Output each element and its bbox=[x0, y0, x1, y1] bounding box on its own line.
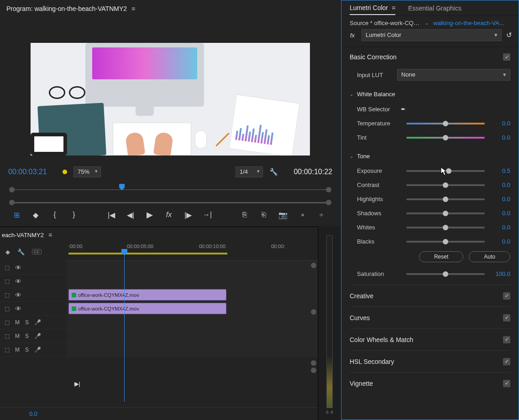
marker-dot-icon[interactable] bbox=[63, 170, 67, 174]
exposure-slider[interactable] bbox=[406, 170, 485, 172]
play-button-icon[interactable]: ▶ bbox=[145, 210, 154, 220]
fx-icon[interactable]: fx bbox=[348, 32, 357, 39]
skip-end-icon[interactable]: ▶| bbox=[74, 380, 80, 387]
timeline-playhead[interactable] bbox=[124, 249, 125, 402]
lock-icon[interactable]: ⬚ bbox=[5, 292, 10, 298]
saturation-value[interactable]: 100.0 bbox=[491, 270, 510, 277]
tab-menu-icon[interactable]: ≡ bbox=[392, 4, 395, 11]
solo-label[interactable]: S bbox=[25, 333, 29, 339]
section-checkbox[interactable]: ✓ bbox=[503, 292, 510, 300]
export-frame-icon[interactable]: 📷 bbox=[278, 211, 288, 219]
section-curves[interactable]: Curves ✓ bbox=[350, 306, 510, 328]
chevron-down-icon[interactable]: ⌄ bbox=[425, 21, 429, 26]
lock-icon[interactable]: ⬚ bbox=[5, 333, 10, 339]
eye-icon[interactable]: 👁 bbox=[15, 278, 21, 285]
timeline-scrollbar[interactable] bbox=[309, 261, 318, 407]
out-point-icon[interactable]: } bbox=[69, 211, 79, 219]
tone-head[interactable]: ⌄ Tone bbox=[350, 148, 510, 164]
tab-essential-graphics[interactable]: Essential Graphics bbox=[408, 2, 461, 15]
lock-icon[interactable]: ⬚ bbox=[5, 264, 10, 271]
section-basic-correction[interactable]: Basic Correction ✓ bbox=[350, 47, 510, 67]
fx-icon[interactable]: fx bbox=[164, 211, 173, 219]
tab-lumetri-color[interactable]: Lumetri Color ≡ bbox=[350, 1, 395, 15]
shadows-value[interactable]: 0.0 bbox=[491, 210, 510, 217]
timeline-zoom-value[interactable]: 0.0 bbox=[0, 410, 67, 417]
exposure-value[interactable]: 0.5 bbox=[491, 167, 510, 174]
step-back-icon[interactable]: ◀| bbox=[126, 211, 135, 219]
source-name[interactable]: Source * office-work-CQYM... bbox=[350, 20, 420, 26]
lock-icon[interactable]: ⬚ bbox=[5, 347, 10, 353]
mute-label[interactable]: M bbox=[15, 347, 20, 353]
highlights-slider[interactable] bbox=[406, 198, 485, 200]
work-area-bar[interactable] bbox=[68, 253, 227, 254]
lock-icon[interactable]: ⬚ bbox=[5, 319, 10, 326]
section-checkbox[interactable]: ✓ bbox=[503, 336, 510, 343]
section-color-wheels[interactable]: Color Wheels & Match ✓ bbox=[350, 328, 510, 350]
eye-icon[interactable]: 👁 bbox=[15, 264, 21, 271]
go-to-in-icon[interactable]: |◀ bbox=[107, 211, 116, 219]
panel-menu-icon[interactable]: ≡ bbox=[131, 5, 135, 12]
go-to-out-icon[interactable]: →| bbox=[203, 211, 212, 219]
video-frame[interactable] bbox=[31, 43, 310, 156]
marker-grid-icon[interactable]: ⊞ bbox=[12, 211, 21, 219]
eye-icon[interactable]: 👁 bbox=[15, 291, 21, 299]
section-checkbox[interactable]: ✓ bbox=[503, 314, 510, 321]
eyedropper-icon[interactable]: ✒ bbox=[401, 106, 406, 113]
more-icon[interactable]: » bbox=[298, 212, 307, 218]
effect-dropdown[interactable]: Lumetri Color bbox=[362, 29, 502, 41]
saturation-slider[interactable] bbox=[406, 273, 485, 275]
resolution-dropdown[interactable]: 1/4 bbox=[236, 166, 263, 177]
lock-icon[interactable]: ⬚ bbox=[5, 278, 10, 285]
whites-value[interactable]: 0.0 bbox=[491, 224, 510, 231]
solo-label[interactable]: S bbox=[25, 319, 29, 326]
section-hsl-secondary[interactable]: HSL Secondary ✓ bbox=[350, 350, 510, 372]
whites-slider[interactable] bbox=[406, 227, 485, 228]
program-timeline[interactable] bbox=[8, 184, 332, 195]
settings-wrench-icon[interactable]: 🔧 bbox=[269, 168, 278, 176]
section-creative[interactable]: Creative ✓ bbox=[350, 285, 510, 306]
section-checkbox[interactable]: ✓ bbox=[503, 53, 510, 61]
mic-icon[interactable]: 🎤 bbox=[34, 333, 41, 339]
add-button-icon[interactable]: ＋ bbox=[317, 210, 326, 220]
blacks-slider[interactable] bbox=[406, 241, 485, 243]
white-balance-head[interactable]: ⌄ White Balance bbox=[350, 86, 510, 102]
timeline-ruler[interactable]: :00:00 00:00:05:00 00:00:10:00 00:00: bbox=[67, 243, 318, 261]
solo-label[interactable]: S bbox=[25, 347, 29, 353]
mute-label[interactable]: M bbox=[15, 333, 20, 339]
meter-bars[interactable] bbox=[326, 235, 333, 408]
video-clip[interactable]: office-work-CQYMX4Z.mov bbox=[68, 289, 226, 301]
section-checkbox[interactable]: ✓ bbox=[503, 358, 510, 365]
mic-icon[interactable]: 🎤 bbox=[34, 319, 41, 326]
step-forward-icon[interactable]: |▶ bbox=[183, 211, 193, 219]
contrast-slider[interactable] bbox=[406, 184, 485, 186]
add-marker-icon[interactable]: ◆ bbox=[31, 211, 40, 219]
section-vignette[interactable]: Vignette ✓ bbox=[350, 372, 510, 394]
highlights-value[interactable]: 0.0 bbox=[491, 196, 510, 202]
section-checkbox[interactable]: ✓ bbox=[503, 380, 510, 387]
eye-icon[interactable]: 👁 bbox=[15, 305, 21, 312]
meter-solo-l[interactable]: S bbox=[326, 410, 329, 415]
tint-value[interactable]: 0.0 bbox=[491, 134, 510, 141]
shadows-slider[interactable] bbox=[406, 213, 485, 214]
meter-solo-r[interactable]: S bbox=[330, 410, 333, 415]
blacks-value[interactable]: 0.0 bbox=[491, 238, 510, 245]
extract-icon[interactable]: ⎗ bbox=[259, 211, 268, 219]
timeline-tab-label[interactable]: each-VATNMY2 bbox=[2, 232, 44, 239]
mute-label[interactable]: M bbox=[15, 319, 20, 326]
audio-clip[interactable]: office-work-CQYMX4Z.mov bbox=[68, 303, 226, 314]
lift-icon[interactable]: ⎘ bbox=[240, 211, 249, 219]
timeline-menu-icon[interactable]: ≡ bbox=[48, 231, 52, 239]
input-lut-dropdown[interactable]: None bbox=[397, 69, 510, 81]
current-timecode[interactable]: 00:00:03:21 bbox=[8, 168, 56, 176]
zoom-dropdown[interactable]: 75% bbox=[73, 166, 101, 177]
tint-slider[interactable] bbox=[406, 137, 485, 139]
temperature-value[interactable]: 0.0 bbox=[491, 120, 510, 127]
auto-button[interactable]: Auto bbox=[469, 251, 510, 262]
mic-icon[interactable]: 🎤 bbox=[34, 347, 41, 353]
reset-icon[interactable]: ↺ bbox=[506, 31, 512, 39]
scrub-bar-row[interactable] bbox=[8, 198, 332, 206]
in-point-icon[interactable]: { bbox=[50, 211, 59, 219]
temperature-slider[interactable] bbox=[406, 123, 485, 124]
contrast-value[interactable]: 0.0 bbox=[491, 181, 510, 188]
lock-icon[interactable]: ⬚ bbox=[5, 306, 10, 312]
